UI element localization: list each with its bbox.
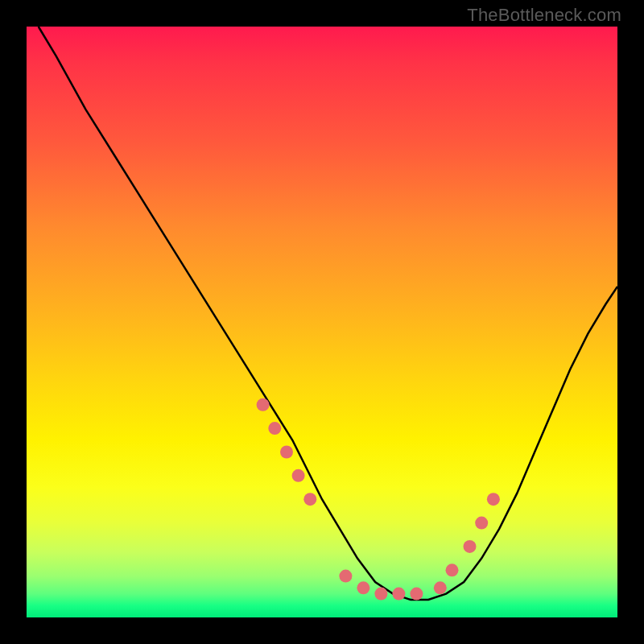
highlight-dots <box>257 398 500 601</box>
highlight-dot <box>410 588 423 601</box>
chart-frame: TheBottleneck.com <box>0 0 644 644</box>
highlight-dot <box>464 540 477 553</box>
highlight-dot <box>357 581 369 594</box>
highlight-dot <box>339 570 352 583</box>
chart-svg <box>27 27 617 617</box>
highlight-dot <box>434 581 447 594</box>
highlight-dot <box>303 493 316 506</box>
highlight-dot <box>487 493 500 506</box>
highlight-dot <box>292 469 305 482</box>
highlight-dot <box>392 588 405 601</box>
highlight-dot <box>475 517 488 530</box>
highlight-dot <box>268 422 281 435</box>
bottleneck-curve <box>39 27 617 600</box>
highlight-dot <box>446 564 459 576</box>
highlight-dot <box>257 398 270 411</box>
highlight-dot <box>374 588 387 601</box>
highlight-dot <box>280 446 293 459</box>
chart-plot-area <box>27 27 617 617</box>
attribution-label: TheBottleneck.com <box>467 5 621 26</box>
